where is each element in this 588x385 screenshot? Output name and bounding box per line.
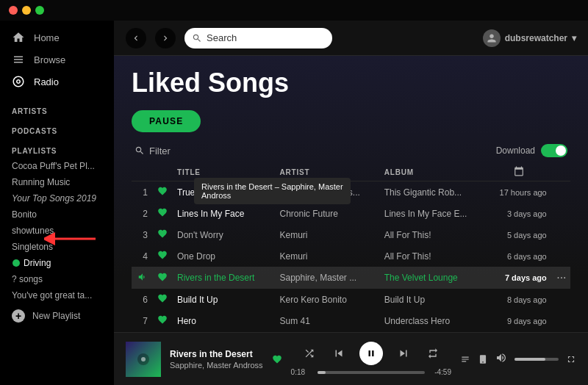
nav-bar: dubsrewatcher ▾ <box>114 21 588 56</box>
filter-row: Filter Download <box>132 144 570 157</box>
time-current: 0:18 <box>291 368 312 376</box>
search-input[interactable] <box>207 32 325 43</box>
artists-section-label: ARTISTS <box>0 98 114 118</box>
back-button[interactable] <box>126 28 146 48</box>
close-button[interactable] <box>9 6 18 15</box>
sidebar-item-home[interactable]: Home <box>0 26 114 48</box>
user-area[interactable]: dubsrewatcher ▾ <box>483 29 576 47</box>
pause-button[interactable]: PAUSE <box>132 110 201 132</box>
table-row[interactable]: Rivers in the Desert Sapphire, Master ..… <box>132 267 570 289</box>
playlist-singletons[interactable]: Singletons <box>0 239 114 255</box>
more-dots-icon[interactable]: ··· <box>556 271 566 284</box>
next-button[interactable] <box>395 345 412 362</box>
track-heart-cell[interactable] <box>154 245 171 267</box>
maximize-button[interactable] <box>35 6 44 15</box>
download-label: Download <box>496 145 535 156</box>
volume-bar[interactable] <box>514 358 559 361</box>
prev-button[interactable] <box>330 345 348 362</box>
track-num: 1 <box>132 181 154 204</box>
table-row[interactable]: 3 Don't Worry Kemuri All For This! 5 day… <box>132 224 570 245</box>
progress-bar[interactable] <box>318 371 425 374</box>
track-heart-cell[interactable] <box>154 203 171 224</box>
track-heart-cell[interactable] <box>154 181 171 204</box>
playlist-bonito[interactable]: Bonito <box>0 206 114 223</box>
track-heart-cell[interactable] <box>154 267 171 289</box>
playlist-songs[interactable]: ? songs <box>0 271 114 287</box>
table-row[interactable]: 2 Lines In My Face Chronic Future Lines … <box>132 203 570 224</box>
playlist-greatta[interactable]: You've got great ta... <box>0 287 114 303</box>
track-more[interactable] <box>553 310 570 331</box>
track-heart-cell[interactable] <box>154 289 171 310</box>
svg-point-0 <box>12 259 20 267</box>
table-row[interactable]: 6 Build It Up Kero Kero Bonito Build It … <box>132 289 570 310</box>
player-track-art <box>126 342 161 377</box>
track-num: 2 <box>132 203 154 224</box>
player-track-info: Rivers in the Desert Sapphire, Master An… <box>170 349 263 370</box>
track-num <box>132 267 154 289</box>
repeat-button[interactable] <box>424 345 442 362</box>
table-row[interactable]: 4 One Drop Kemuri All For This! 6 days a… <box>132 245 570 267</box>
track-artist: Kemuri <box>273 245 378 267</box>
track-more[interactable] <box>553 224 570 245</box>
col-num-header <box>132 163 154 181</box>
new-playlist-button[interactable]: + New Playlist <box>0 303 114 328</box>
track-more[interactable] <box>553 203 570 224</box>
track-timestamp: 5 days ago <box>486 224 553 245</box>
track-timestamp: 9 days ago <box>486 310 553 331</box>
minimize-button[interactable] <box>22 6 31 15</box>
pause-play-button[interactable] <box>359 342 383 365</box>
heart-icon <box>157 186 168 196</box>
track-more[interactable]: ··· <box>553 267 570 289</box>
track-title: Don't Worry <box>171 224 273 245</box>
sidebar-nav: Home Browse Radio <box>0 21 114 98</box>
track-artist: Kemuri <box>273 224 378 245</box>
player-heart-icon[interactable] <box>272 354 282 364</box>
queue-icon[interactable] <box>460 354 470 364</box>
col-album-header: ALBUM <box>379 163 486 181</box>
player-buttons <box>301 342 442 365</box>
volume-fill <box>514 358 545 361</box>
track-artist: Kero Kero Bonito <box>273 289 378 310</box>
playlists-section-label: PLAYLISTS <box>0 138 114 158</box>
download-row: Download <box>496 144 567 157</box>
tooltip-line2: Andross <box>201 191 343 200</box>
track-num: 6 <box>132 289 154 310</box>
fullscreen-icon[interactable] <box>566 354 576 364</box>
main-layout: Home Browse Radio ARTISTS PODCASTS PLAYL… <box>0 21 588 385</box>
search-bar[interactable] <box>184 28 332 48</box>
playlist-cocoa[interactable]: Cocoa Puff's Pet Pl... <box>0 158 114 174</box>
heart-icon <box>157 250 168 260</box>
track-more[interactable] <box>553 289 570 310</box>
track-timestamp: 8 days ago <box>486 289 553 310</box>
sidebar-item-radio[interactable]: Radio <box>0 71 114 93</box>
playlist-driving[interactable]: Driving <box>0 255 114 271</box>
track-more[interactable] <box>553 181 570 204</box>
playlist-driving-label: Driving <box>24 258 51 268</box>
tooltip-popup: Rivers in the Desert – Sapphire, Master … <box>194 178 351 204</box>
forward-button[interactable] <box>155 28 176 48</box>
content-scroll: Liked Songs PAUSE Filter Download <box>114 56 588 332</box>
track-timestamp: 17 hours ago <box>486 181 553 204</box>
browse-icon <box>12 53 25 66</box>
track-album: This Gigantic Rob... <box>379 181 486 204</box>
traffic-lights <box>9 6 44 15</box>
track-heart-cell[interactable] <box>154 310 171 331</box>
sidebar: Home Browse Radio ARTISTS PODCASTS PLAYL… <box>0 21 114 385</box>
player-track-artist: Sapphire, Master Andross <box>170 361 263 370</box>
track-heart-cell[interactable] <box>154 224 171 245</box>
track-more[interactable] <box>553 245 570 267</box>
playlist-top2019[interactable]: Your Top Songs 2019 <box>0 190 114 206</box>
device-icon[interactable] <box>478 354 488 364</box>
sidebar-item-browse[interactable]: Browse <box>0 48 114 71</box>
playlist-running[interactable]: Running Music <box>0 174 114 190</box>
playlist-showtunes[interactable]: showtunes <box>0 223 114 239</box>
sidebar-item-browse-label: Browse <box>34 54 65 65</box>
filter-input-area[interactable]: Filter <box>135 145 171 156</box>
download-toggle[interactable] <box>541 144 567 157</box>
col-time-header <box>486 163 553 181</box>
shuffle-button[interactable] <box>301 345 318 362</box>
progress-fill <box>318 371 326 374</box>
sidebar-item-home-label: Home <box>34 32 60 43</box>
heart-icon <box>157 272 168 282</box>
table-row[interactable]: 7 Hero Sum 41 Underclass Hero 9 days ago <box>132 310 570 331</box>
